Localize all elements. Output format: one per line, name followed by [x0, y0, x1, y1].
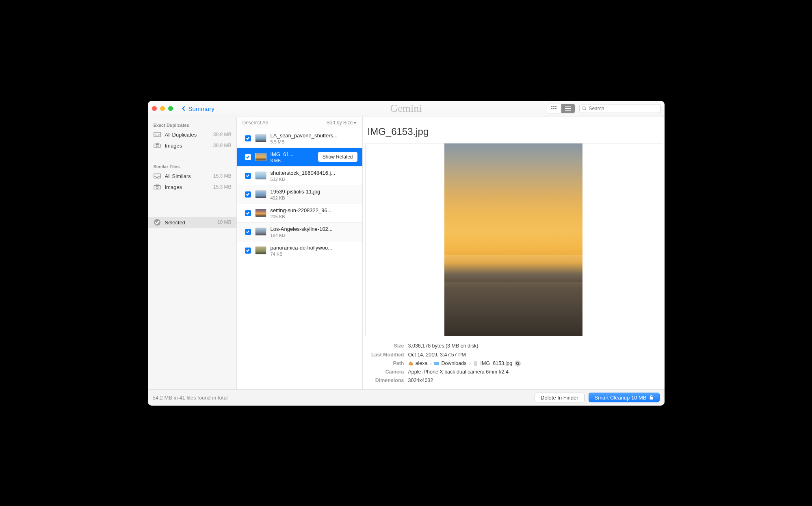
footer: 54.2 MB in 41 files found in total Delet…: [148, 389, 665, 406]
file-row[interactable]: setting-sun-2208322_96...205 KB: [237, 204, 362, 223]
deselect-all-button[interactable]: Deselect All: [243, 120, 268, 126]
sidebar-item-all-similars[interactable]: All Similars 15.3 MB: [148, 171, 236, 182]
smart-cleanup-button[interactable]: Smart Cleanup 10 MB: [589, 393, 660, 402]
path-part[interactable]: IMG_6153.jpg: [481, 359, 513, 368]
file-name: shutterstock_186048416.j...: [271, 170, 357, 176]
file-row-text: LA_sean_pavone_shutters...5.5 MB: [271, 132, 357, 144]
checkbox[interactable]: [245, 248, 251, 254]
svg-rect-7: [565, 108, 571, 109]
svg-rect-4: [553, 108, 554, 109]
folder-icon: [434, 361, 439, 366]
svg-rect-1: [553, 106, 554, 107]
sidebar-header-similar: Similar Files: [148, 161, 236, 171]
svg-rect-19: [650, 397, 653, 400]
file-size: 74 KB: [271, 252, 357, 256]
preview-image: [444, 143, 582, 336]
search-input[interactable]: [589, 106, 658, 111]
list-view-button[interactable]: [561, 104, 575, 113]
preview-title: IMG_6153.jpg: [365, 117, 662, 143]
file-row[interactable]: LA_sean_pavone_shutters...5.5 MB: [237, 129, 362, 148]
file-row-text: setting-sun-2208322_96...205 KB: [271, 207, 357, 219]
grid-view-button[interactable]: [547, 104, 561, 113]
sidebar-item-size: 10 MB: [217, 219, 232, 225]
file-row[interactable]: shutterstock_186048416.j...532 KB: [237, 167, 362, 185]
back-label: Summary: [188, 105, 214, 112]
meta-value-dimensions: 3024x4032: [408, 376, 433, 385]
file-row[interactable]: 19539-pistiolis-11.jpg492 KB: [237, 185, 362, 204]
meta-value-size: 3,036,178 bytes (3 MB on disk): [408, 342, 479, 350]
file-row[interactable]: IMG_61...3 MBShow Related: [237, 148, 362, 167]
meta-value-last-modified: Oct 14, 2019, 3:47:57 PM: [408, 351, 466, 359]
search-icon: [582, 106, 587, 111]
file-row[interactable]: Los-Angeles-skyline-102...184 KB: [237, 223, 362, 241]
sidebar-item-label: Images: [165, 184, 209, 190]
svg-point-9: [582, 107, 585, 110]
close-window-icon[interactable]: [152, 106, 157, 111]
svg-line-18: [518, 364, 519, 365]
sidebar-item-size: 15.3 MB: [213, 184, 232, 190]
meta-value-path: alexa › Downloads › IMG_6153.jpg: [408, 359, 521, 368]
zoom-window-icon[interactable]: [168, 106, 173, 111]
show-related-button[interactable]: Show Related: [318, 152, 357, 162]
checkbox[interactable]: [245, 173, 251, 179]
sidebar-item-images-exact[interactable]: Images 38.9 MB: [148, 140, 236, 151]
sidebar-item-size: 38.9 MB: [213, 132, 232, 137]
minimize-window-icon[interactable]: [160, 106, 165, 111]
cleanup-label: Smart Cleanup 10 MB: [595, 395, 647, 401]
sidebar-item-selected[interactable]: Selected 10 MB: [148, 217, 236, 228]
home-icon: [408, 361, 413, 366]
checkbox[interactable]: [245, 135, 251, 141]
search-field[interactable]: [579, 104, 660, 113]
checkbox[interactable]: [245, 191, 251, 198]
path-part[interactable]: Downloads: [442, 359, 467, 368]
sidebar-item-size: 15.3 MB: [213, 173, 232, 179]
checkbox[interactable]: [245, 229, 251, 235]
svg-rect-2: [555, 106, 556, 107]
sidebar-item-all-duplicates[interactable]: All Duplicates 38.9 MB: [148, 129, 236, 140]
delete-in-finder-button[interactable]: Delete In Finder: [535, 393, 585, 402]
file-list[interactable]: LA_sean_pavone_shutters...5.5 MBIMG_61..…: [237, 129, 362, 389]
sidebar: Exact Duplicates All Duplicates 38.9 MB …: [148, 117, 237, 389]
checkbox[interactable]: [245, 210, 251, 216]
svg-rect-3: [551, 108, 552, 109]
tray-icon: [154, 132, 161, 137]
svg-rect-5: [555, 108, 556, 109]
checkbox[interactable]: [245, 154, 251, 160]
metadata-table: Size 3,036,178 bytes (3 MB on disk) Last…: [365, 336, 662, 387]
meta-key-camera: Camera: [368, 368, 404, 376]
file-row-text: Los-Angeles-skyline-102...184 KB: [271, 226, 357, 238]
file-list-panel: Deselect All Sort by Size ▾ LA_sean_pavo…: [237, 117, 363, 389]
file-size: 492 KB: [271, 195, 357, 200]
sidebar-item-label: All Similars: [165, 173, 209, 179]
sort-button[interactable]: Sort by Size ▾: [326, 120, 356, 126]
sidebar-header-exact: Exact Duplicates: [148, 119, 236, 129]
camera-icon: [154, 184, 161, 190]
preview-image-container: [365, 143, 662, 337]
svg-rect-6: [565, 106, 571, 107]
file-row-text: IMG_61...3 MB: [271, 151, 314, 163]
lock-icon: [649, 395, 654, 400]
sidebar-item-label: Images: [165, 143, 209, 149]
thumbnail: [255, 190, 266, 198]
sidebar-item-images-similar[interactable]: Images 15.3 MB: [148, 182, 236, 193]
preview-panel: IMG_6153.jpg Size 3,036,178 bytes (3 MB …: [363, 117, 665, 389]
file-row[interactable]: panoramica-de-hollywoo...74 KB: [237, 241, 362, 260]
meta-key-size: Size: [368, 342, 404, 350]
file-size: 205 KB: [271, 214, 357, 219]
meta-key-dimensions: Dimensions: [368, 376, 404, 385]
file-name: setting-sun-2208322_96...: [271, 207, 357, 213]
meta-key-last-modified: Last Modified: [368, 351, 404, 359]
back-button[interactable]: Summary: [179, 104, 217, 113]
svg-rect-0: [551, 106, 552, 107]
file-size: 184 KB: [271, 233, 357, 238]
file-list-header: Deselect All Sort by Size ▾: [237, 117, 362, 129]
thumbnail: [255, 209, 266, 217]
toolbar-right: [547, 104, 660, 113]
path-part[interactable]: alexa: [416, 359, 428, 368]
svg-point-15: [156, 186, 158, 188]
app-title: Gemini: [390, 102, 422, 115]
sidebar-item-size: 38.9 MB: [213, 143, 232, 148]
reveal-in-finder-button[interactable]: [515, 360, 521, 367]
thumbnail: [255, 228, 266, 236]
titlebar: Summary Gemini: [148, 101, 665, 117]
